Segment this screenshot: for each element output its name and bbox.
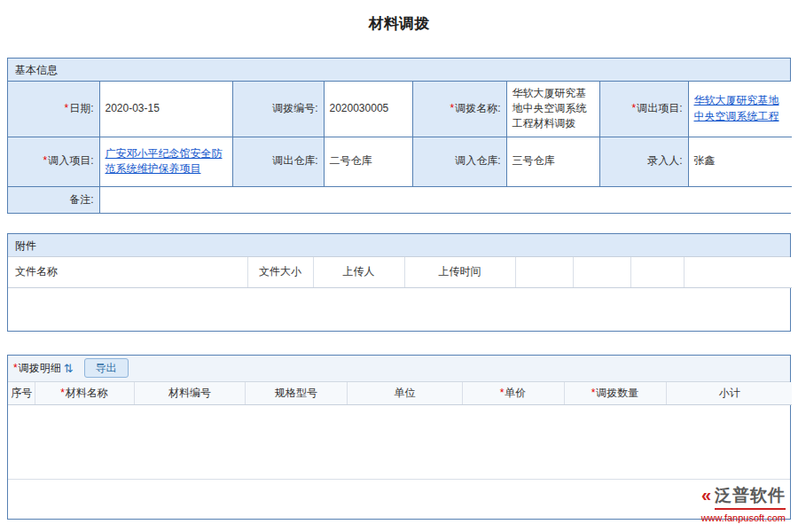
fanpu-logo-url: www.fanpusoft.com [701,512,786,523]
required-star: * [43,154,47,167]
basic-info-row-1: *日期: 2020-03-15 调拨编号: 2020030005 *调拨名称: … [8,82,792,137]
attachments-col-empty-1 [515,257,573,287]
inbound-warehouse-value: 三号仓库 [512,154,555,167]
attachments-col-filename: 文件名称 [8,257,247,287]
basic-info-table: *日期: 2020-03-15 调拨编号: 2020030005 *调拨名称: … [8,82,792,213]
required-star: * [450,102,454,114]
detail-col-unit: 单位 [347,382,462,405]
date-value: 2020-03-15 [106,102,160,114]
attachments-col-empty-2 [573,257,630,287]
field-label-remark: 备注: [8,186,99,213]
detail-footer-area [8,480,790,519]
field-label-text: 调出项目: [637,102,682,114]
recorder-value: 张鑫 [694,154,716,167]
export-button[interactable]: 导出 [84,358,129,378]
fanpu-logo-icon: « [701,485,711,505]
field-label-inbound-project: *调入项目: [8,137,99,186]
detail-col-label: 单价 [505,387,526,399]
basic-info-row-3: 备注: [8,186,792,213]
detail-col-label: 材料名称 [66,387,108,399]
field-label-text: 调入项目: [48,154,93,167]
detail-col-material-no: 材料编号 [134,382,245,405]
field-label-transfer-name: *调拨名称: [412,82,506,137]
transfer-no-value: 2020030005 [330,102,389,114]
field-value-transfer-name: 华软大厦研究基地中央空调系统工程材料调拨 [506,82,599,137]
detail-col-label: 单位 [395,387,416,399]
detail-col-spec-model: 规格型号 [245,382,347,405]
attachments-col-empty-3 [630,257,684,287]
detail-table: 序号 *材料名称 材料编号 规格型号 单位 *单价 *调拨数量 小计 [8,382,792,406]
field-label-text: 调入仓库: [455,154,500,167]
attachments-col-uploader: 上传人 [313,257,404,287]
attachments-header: 附件 [8,234,790,257]
detail-panel: * 调拨明细 ⇅ 导出 序号 *材料名称 材料编号 规格型号 单位 *单价 *调… [7,355,791,520]
outbound-project-link[interactable]: 华软大厦研究基地中央空调系统工程 [694,94,779,121]
inbound-project-link[interactable]: 广安邓小平纪念馆安全防范系统维护保养项目 [106,147,223,175]
field-value-transfer-no: 2020030005 [324,82,412,137]
attachments-panel: 附件 文件名称 文件大小 上传人 上传时间 [7,233,791,332]
attachments-empty-area [8,288,790,331]
field-value-recorder: 张鑫 [688,137,792,186]
detail-col-label: 小计 [719,387,740,399]
field-value-inbound-project: 广安邓小平纪念馆安全防范系统维护保养项目 [99,137,232,186]
detail-col-subtotal: 小计 [666,382,792,405]
required-star: * [631,102,636,114]
detail-col-label: 规格型号 [275,387,317,399]
detail-col-quantity: *调拨数量 [564,382,666,405]
field-label-transfer-no: 调拨编号: [232,82,324,137]
basic-info-header: 基本信息 [8,59,790,82]
field-label-date: *日期: [8,82,99,137]
attachments-header-row: 文件名称 文件大小 上传人 上传时间 [8,257,792,287]
detail-col-unit-price: *单价 [462,382,564,405]
required-star: * [500,387,505,399]
field-value-inbound-warehouse: 三号仓库 [506,137,599,186]
attachments-col-uploadtime: 上传时间 [404,257,515,287]
fanpu-logo-top: « 泛普软件 [701,484,786,510]
field-value-outbound-project: 华软大厦研究基地中央空调系统工程 [688,82,792,137]
field-label-inbound-warehouse: 调入仓库: [412,137,506,186]
detail-col-seq: 序号 [8,382,35,405]
field-label-text: 日期: [69,102,93,114]
detail-header-row: 序号 *材料名称 材料编号 规格型号 单位 *单价 *调拨数量 小计 [8,382,792,405]
sort-icon[interactable]: ⇅ [64,362,74,375]
fanpu-logo-text: 泛普软件 [715,484,786,510]
detail-section-title: 调拨明细 [19,361,61,376]
required-star: * [591,387,596,399]
field-label-text: 调拨编号: [272,102,317,114]
detail-empty-area [8,405,790,480]
page-title: 材料调拨 [0,0,798,34]
basic-info-panel: 基本信息 *日期: 2020-03-15 调拨编号: 2020030005 *调… [7,58,791,214]
attachments-col-empty-4 [684,257,792,287]
detail-col-material-name: *材料名称 [35,382,134,405]
transfer-name-value: 华软大厦研究基地中央空调系统工程材料调拨 [512,87,587,130]
field-value-outbound-warehouse: 二号仓库 [324,137,412,186]
required-star: * [64,102,68,114]
field-label-outbound-warehouse: 调出仓库: [232,137,324,186]
attachments-table: 文件名称 文件大小 上传人 上传时间 [8,257,792,288]
detail-col-label: 调拨数量 [596,387,638,399]
field-label-text: 调出仓库: [272,154,317,167]
field-label-text: 录入人: [647,154,682,167]
detail-col-label: 序号 [11,387,32,399]
field-label-recorder: 录入人: [599,137,688,186]
detail-required-star: * [13,362,18,374]
detail-toolbar: * 调拨明细 ⇅ 导出 [8,356,790,382]
basic-info-row-2: *调入项目: 广安邓小平纪念馆安全防范系统维护保养项目 调出仓库: 二号仓库 调… [8,137,792,186]
attachments-col-filesize: 文件大小 [247,257,313,287]
fanpu-logo: « 泛普软件 www.fanpusoft.com [701,484,786,523]
field-label-text: 调拨名称: [455,102,500,114]
field-label-text: 备注: [69,193,93,206]
field-value-remark [99,186,792,213]
field-value-date: 2020-03-15 [99,82,232,137]
required-star: * [60,387,65,399]
detail-col-label: 材料编号 [168,387,211,399]
outbound-warehouse-value: 二号仓库 [330,154,372,167]
field-label-outbound-project: *调出项目: [599,82,688,137]
